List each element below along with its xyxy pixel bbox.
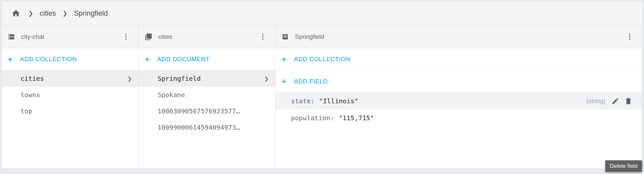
list-item-label: 10063090567576923577…: [158, 107, 240, 115]
document-list-item[interactable]: 10063090567576923577…: [139, 103, 275, 119]
plus-icon: +: [145, 55, 150, 64]
document-icon: [281, 33, 289, 41]
svg-point-1: [125, 36, 127, 37]
collection-list: Springfield❯Spokane10063090567576923577……: [139, 70, 275, 168]
doc-add-collection-label: ADD COLLECTION: [294, 56, 351, 63]
chevron-right-icon: ❯: [128, 75, 132, 83]
svg-point-3: [262, 34, 263, 35]
root-list: cities❯townstop: [2, 70, 138, 168]
document-list-item[interactable]: Springfield❯: [139, 70, 275, 87]
add-field-button[interactable]: + ADD FIELD: [275, 70, 642, 93]
root-title: city-chat: [21, 33, 44, 40]
add-collection-label: ADD COLLECTION: [20, 56, 77, 63]
collection-column: cities + ADD DOCUMENT Springfield❯Spokan…: [139, 25, 275, 168]
svg-point-2: [125, 38, 127, 40]
document-list-item[interactable]: 10099000614594094973…: [139, 119, 275, 136]
collection-header: cities: [139, 25, 275, 48]
delete-field-button[interactable]: [622, 94, 635, 108]
root-column: city-chat + ADD COLLECTION cities❯townst…: [2, 25, 139, 168]
breadcrumb-item[interactable]: cities: [40, 9, 56, 18]
field-key: state: [291, 97, 311, 105]
svg-point-0: [125, 34, 127, 35]
plus-icon: +: [281, 55, 287, 64]
breadcrumb: ❯ cities ❯ Springfield: [2, 2, 642, 25]
add-field-label: ADD FIELD: [294, 78, 328, 85]
field-value: "Illinois": [319, 97, 358, 105]
chevron-right-icon: ❯: [63, 10, 67, 17]
root-header: city-chat: [2, 25, 138, 48]
doc-add-collection-button[interactable]: + ADD COLLECTION: [275, 48, 642, 70]
document-header: Springfield: [275, 25, 642, 48]
list-item-label: cities: [21, 75, 44, 82]
delete-field-tooltip: Delete field: [605, 160, 642, 170]
field-key: population: [291, 114, 330, 122]
document-list-item[interactable]: Spokane: [139, 87, 275, 103]
field-row[interactable]: state:"Illinois"(string): [275, 93, 642, 109]
collection-title: cities: [158, 33, 172, 40]
list-item-label: Spokane: [158, 91, 185, 99]
list-item-label: Springfield: [158, 75, 201, 82]
svg-point-5: [262, 38, 263, 40]
plus-icon: +: [7, 55, 13, 64]
add-document-label: ADD DOCUMENT: [157, 56, 210, 63]
more-vert-icon: [626, 33, 634, 41]
field-list: state:"Illinois"(string) population:"115…: [275, 93, 642, 168]
document-title: Springfield: [295, 33, 324, 40]
collection-icon: [145, 33, 152, 41]
list-item-label: towns: [21, 91, 40, 99]
plus-icon: +: [281, 77, 287, 86]
more-vert-icon: [122, 33, 130, 41]
svg-point-6: [629, 34, 630, 35]
add-collection-button[interactable]: + ADD COLLECTION: [2, 48, 138, 70]
document-column: Springfield + ADD COLLECTION + ADD FIELD…: [275, 25, 642, 168]
svg-point-4: [262, 36, 263, 37]
field-type: (string): [586, 97, 606, 105]
collection-more-button[interactable]: [256, 30, 269, 43]
add-document-button[interactable]: + ADD DOCUMENT: [139, 48, 275, 70]
home-icon[interactable]: [10, 7, 22, 19]
edit-field-button[interactable]: [609, 94, 622, 108]
collection-list-item[interactable]: cities❯: [2, 70, 138, 87]
document-more-button[interactable]: [623, 30, 636, 43]
collection-list-item[interactable]: towns: [2, 87, 138, 103]
collection-list-item[interactable]: top: [2, 103, 138, 119]
more-vert-icon: [259, 33, 267, 41]
field-row[interactable]: population:"115,715": [275, 109, 642, 126]
field-value: "115,715": [339, 114, 374, 122]
root-more-button[interactable]: [119, 30, 133, 43]
trash-icon: [624, 97, 632, 105]
chevron-right-icon: ❯: [264, 75, 269, 83]
breadcrumb-item-current: Springfield: [74, 9, 108, 18]
list-item-label: 10099000614594094973…: [158, 123, 240, 131]
list-item-label: top: [21, 107, 32, 115]
chevron-right-icon: ❯: [28, 10, 33, 17]
svg-point-7: [629, 36, 630, 37]
database-icon: [7, 33, 15, 41]
pencil-icon: [611, 97, 619, 105]
svg-point-8: [629, 38, 630, 40]
